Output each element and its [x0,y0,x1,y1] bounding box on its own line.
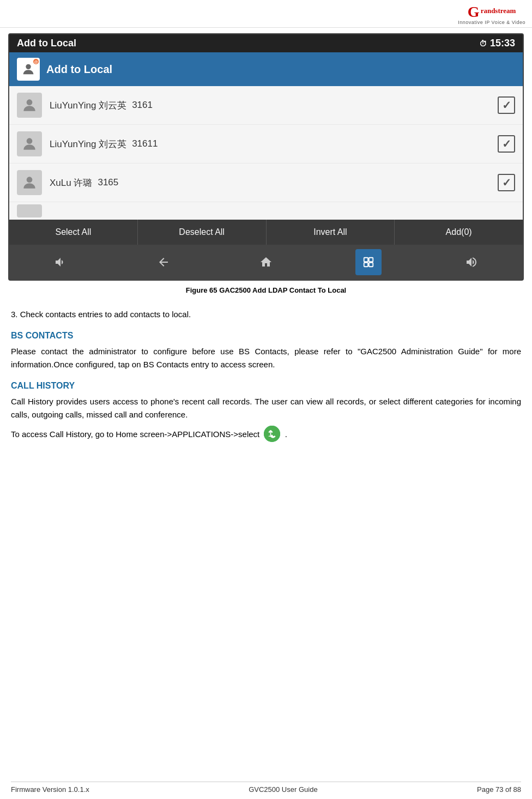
logo-tagline: Innovative IP Voice & Video [458,20,525,25]
logo-g-letter: G [468,4,480,20]
contact-checkbox-2[interactable] [498,135,515,153]
footer-firmware: Firmware Version 1.0.1.x [11,785,89,794]
svg-point-3 [27,177,33,183]
contact-info-2: LiuYunYing 刘云英 31611 [50,138,490,150]
svg-rect-5 [369,258,373,262]
bs-contacts-heading: BS CONTACTS [11,331,521,341]
contact-avatar [17,170,42,195]
doc-body: 3. Check contacts entries to add contact… [0,302,532,459]
nav-bar [9,245,523,280]
add-button[interactable]: Add(0) [395,220,523,245]
svg-point-0 [26,64,31,69]
svg-rect-4 [364,258,368,262]
contact-avatar [17,131,42,156]
contact-ext-2: 31611 [132,138,158,149]
contact-item-partial [9,202,523,220]
status-bar-title: Add to Local [17,38,76,49]
logo-container: G randstream Innovative IP Voice & Video [458,4,525,25]
figure-caption: Figure 65 GAC2500 Add LDAP Contact To Lo… [0,286,532,294]
clock-icon: ⏱ [479,39,487,48]
call-history-app-icon [264,426,280,442]
contact-ext-1: 3161 [132,100,153,111]
app-header: @ Add to Local [9,52,523,86]
volume-down-button[interactable] [47,249,74,275]
volume-up-button[interactable] [458,249,485,275]
svg-rect-6 [364,263,368,267]
contact-avatar [17,93,42,118]
contact-info-3: XuLu 许璐 3165 [50,177,490,189]
action-bar: Select All Deselect All Invert All Add(0… [9,220,523,245]
contact-checkbox-3[interactable] [498,174,515,191]
back-button[interactable] [150,249,177,275]
status-bar-right: ⏱ 15:33 [479,38,515,49]
contact-ext-3: 3165 [98,177,118,188]
device-screen: Add to Local ⏱ 15:33 @ Add to Local [8,33,524,281]
contact-item[interactable]: LiuYunYing 刘云英 3161 [9,86,523,125]
contact-info-1: LiuYunYing 刘云英 3161 [50,99,490,112]
app-header-icon: @ [17,58,40,81]
contact-checkbox-1[interactable] [498,96,515,114]
doc-step-3: 3. Check contacts entries to add contact… [11,308,521,321]
contact-item[interactable]: XuLu 许璐 3165 [9,164,523,202]
svg-point-8 [264,426,280,442]
svg-point-1 [27,99,33,105]
deselect-all-button[interactable]: Deselect All [138,220,267,245]
status-time: 15:33 [490,38,515,49]
contact-list: LiuYunYing 刘云英 3161 LiuYunYing 刘云英 31611 [9,86,523,220]
contact-name-2: LiuYunYing 刘云英 [50,138,126,150]
logo-bar: G randstream Innovative IP Voice & Video [0,0,532,28]
footer-page-number: Page 73 of 88 [477,785,521,794]
invert-all-button[interactable]: Invert All [267,220,395,245]
footer-guide-title: GVC2500 User Guide [249,785,317,794]
app-icon-badge: @ [33,59,39,64]
contact-name-3: XuLu 许璐 [50,177,92,189]
home-button[interactable] [253,249,279,275]
select-all-button[interactable]: Select All [9,220,138,245]
call-history-heading: CALL HISTORY [11,381,521,391]
recent-apps-button[interactable] [355,249,382,275]
app-header-title: Add to Local [46,63,112,76]
logo-brand-name: randstream [481,7,516,15]
bs-contacts-text: Please contact the administrator to conf… [11,345,521,371]
partial-avatar [17,204,42,217]
call-history-text2: To access Call History, go to Home scree… [11,427,521,443]
svg-point-2 [27,138,33,144]
page-footer: Firmware Version 1.0.1.x GVC2500 User Gu… [11,782,521,794]
call-history-text1: Call History provides users access to ph… [11,395,521,421]
contact-item[interactable]: LiuYunYing 刘云英 31611 [9,125,523,164]
contact-name-1: LiuYunYing 刘云英 [50,99,126,112]
status-bar: Add to Local ⏱ 15:33 [9,34,523,52]
svg-rect-7 [369,263,373,267]
